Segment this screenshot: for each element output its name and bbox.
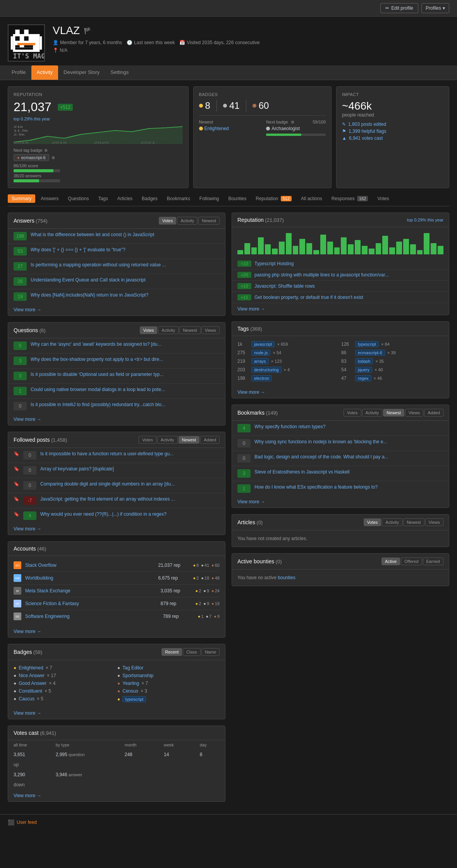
tag-pill-destr[interactable]: destructuring xyxy=(251,367,282,373)
summary-tab-bounties[interactable]: Bounties xyxy=(225,194,251,203)
bookmark-link[interactable]: How do I know what ESx specification a f… xyxy=(254,484,443,490)
badges-section-title-link[interactable]: Badges xyxy=(14,649,32,655)
rep-item-link[interactable]: Typescript Hoisting xyxy=(254,261,443,266)
active-bounties-title-link[interactable]: Active bounties xyxy=(237,558,274,564)
questions-filter-activity[interactable]: Activity xyxy=(158,326,179,334)
fp-filter-votes[interactable]: Votes xyxy=(139,436,156,444)
se-link[interactable]: Software Engineering xyxy=(25,614,159,619)
question-link[interactable]: Why does the box-shadow property not app… xyxy=(31,357,220,362)
bookmarks-view-more[interactable]: View more → xyxy=(232,496,449,508)
followed-post-link[interactable]: JavaScript: getting the first element of… xyxy=(40,496,220,502)
badge-constituent-link[interactable]: Constituent xyxy=(19,688,42,694)
followed-posts-title-link[interactable]: Followed posts xyxy=(14,437,50,443)
articles-filter-newest[interactable]: Newest xyxy=(403,518,424,526)
bounties-filter-active[interactable]: Active xyxy=(381,558,400,565)
bm-filter-views[interactable]: Views xyxy=(405,409,423,417)
answer-link[interactable]: What is the difference between let and c… xyxy=(31,232,220,237)
reputation-top-link-section[interactable]: top 0.29% this year xyxy=(407,218,443,222)
tag-pill-regex[interactable]: regex xyxy=(355,375,371,381)
followed-post-link[interactable]: Why would you ever need (??(R)...|...) i… xyxy=(40,511,220,517)
badge-yearling-link[interactable]: Yearling xyxy=(122,681,139,686)
summary-tab-summary[interactable]: Summary xyxy=(8,194,35,203)
answer-link[interactable]: Is performing a mapping operation withou… xyxy=(31,262,220,268)
rep-item-link[interactable]: passing php string with multiple lines t… xyxy=(254,272,443,278)
bm-filter-votes[interactable]: Votes xyxy=(344,409,361,417)
fp-filter-activity[interactable]: Activity xyxy=(157,436,178,444)
articles-filter-views[interactable]: Views xyxy=(425,518,443,526)
tag-pill-node[interactable]: node.js xyxy=(251,350,270,356)
fp-filter-newest[interactable]: Newest xyxy=(179,436,200,444)
votes-cast-view-more[interactable]: View more → xyxy=(8,790,225,801)
questions-title-link[interactable]: Questions xyxy=(14,327,38,333)
edit-profile-button[interactable]: ✏ Edit profile xyxy=(380,3,418,13)
votes-cast-title-link[interactable]: Votes cast (6,941) xyxy=(14,730,56,736)
questions-view-more[interactable]: View more → xyxy=(8,413,225,425)
bm-filter-activity[interactable]: Activity xyxy=(362,409,383,417)
bookmark-link[interactable]: Bad logic, design and concept of the cod… xyxy=(254,454,443,460)
answers-title-link[interactable]: Answers xyxy=(14,218,34,224)
tag-pill-arrays[interactable]: arrays xyxy=(251,358,269,364)
helpful-flags-link[interactable]: 1,399 helpful flags xyxy=(349,129,386,134)
articles-filter-votes[interactable]: Votes xyxy=(364,518,381,526)
sf-link[interactable]: Science Fiction & Fantasy xyxy=(25,601,157,606)
posts-edited-link[interactable]: 1,803 posts edited xyxy=(348,122,386,127)
tab-developer-story[interactable]: Developer Story xyxy=(58,65,105,80)
tag-pill-ts[interactable]: typescript xyxy=(355,341,379,347)
bookmark-link[interactable]: Sieve of Eratosthenes in Javascript vs H… xyxy=(254,469,443,475)
tab-activity[interactable]: Activity xyxy=(31,65,58,80)
followed-post-link[interactable]: Array of key/value pairs? [duplicate] xyxy=(40,466,220,472)
summary-tab-badges[interactable]: Badges xyxy=(138,194,161,203)
summary-tab-articles[interactable]: Articles xyxy=(113,194,136,203)
question-link[interactable]: Is it possible to disable 'Optional used… xyxy=(31,372,220,377)
badge-caucus-link[interactable]: Caucus xyxy=(19,696,34,702)
tag-pill-js[interactable]: javascript xyxy=(251,341,275,347)
rep-item-link[interactable]: Get boolean property, or default true if… xyxy=(254,295,443,300)
tag-pill-es6[interactable]: ecmascript-6 xyxy=(355,350,385,356)
summary-tab-all-actions[interactable]: All actions xyxy=(297,194,326,203)
reputation-section-title-link[interactable]: Reputation xyxy=(237,217,264,223)
badge-good-answer-link[interactable]: Good Answer xyxy=(19,681,46,686)
question-link[interactable]: Is it possible in IntelliJ to find (poss… xyxy=(31,402,220,407)
rep-item-link[interactable]: Javascript: Shuffle table rows xyxy=(254,283,443,289)
bm-filter-added[interactable]: Added xyxy=(424,409,443,417)
summary-tab-reputation[interactable]: Reputation 512 xyxy=(252,194,296,203)
accounts-title-link[interactable]: Accounts xyxy=(14,546,36,552)
badges-view-more[interactable]: View more → xyxy=(8,707,225,719)
answer-link[interactable]: Why does '[' + {} === {} + '[' evaluate … xyxy=(31,247,220,252)
followed-posts-view-more[interactable]: View more → xyxy=(8,523,225,535)
questions-filter-newest[interactable]: Newest xyxy=(179,326,201,334)
badges-filter-recent[interactable]: Recent xyxy=(161,648,182,656)
badges-filter-class[interactable]: Class xyxy=(183,648,201,656)
bookmark-link[interactable]: Why specify function return types? xyxy=(254,424,443,429)
tab-settings[interactable]: Settings xyxy=(105,65,134,80)
summary-tab-votes[interactable]: Votes xyxy=(373,194,393,203)
bounties-link[interactable]: bounties xyxy=(278,575,295,580)
tag-pill-electron[interactable]: electron xyxy=(251,375,272,381)
tag-pill-lodash[interactable]: lodash xyxy=(355,358,373,364)
tag-pill-jquery[interactable]: jquery xyxy=(355,367,372,373)
tab-profile[interactable]: Profile xyxy=(6,65,31,80)
tags-title-link[interactable]: Tags xyxy=(237,326,249,332)
votes-cast-link[interactable]: 6,941 votes cast xyxy=(349,136,383,141)
tags-view-more[interactable]: View more → xyxy=(232,386,449,398)
questions-filter-views[interactable]: Views xyxy=(201,326,220,334)
fp-filter-added[interactable]: Added xyxy=(200,436,220,444)
articles-filter-activity[interactable]: Activity xyxy=(382,518,402,526)
summary-tab-tags[interactable]: Tags xyxy=(94,194,112,203)
bookmarks-title-link[interactable]: Bookmarks xyxy=(237,410,265,416)
badge-tag-pill[interactable]: typescript xyxy=(122,696,146,702)
bm-filter-newest[interactable]: Newest xyxy=(383,409,404,417)
gear-icon-badge[interactable]: ⚙ xyxy=(52,156,55,160)
profiles-button[interactable]: Profiles ▾ xyxy=(421,3,449,13)
summary-tab-answers[interactable]: Answers xyxy=(37,194,62,203)
bounties-filter-earned[interactable]: Earned xyxy=(423,558,443,565)
articles-title-link[interactable]: Articles xyxy=(237,519,255,525)
accounts-view-more[interactable]: View more → xyxy=(8,626,225,637)
answer-link[interactable]: Why does [NaN].includes(NaN) return true… xyxy=(31,292,220,298)
meta-link[interactable]: Meta Stack Exchange xyxy=(25,588,157,594)
badge-sportsmanship-link[interactable]: Sportsmanship xyxy=(122,673,153,678)
badge-nice-answer-link[interactable]: Nice Answer xyxy=(19,673,45,678)
summary-tab-responses[interactable]: Responses 162 xyxy=(328,194,372,203)
bounties-filter-offered[interactable]: Offered xyxy=(401,558,422,565)
reputation-view-more[interactable]: View more → xyxy=(232,303,449,315)
